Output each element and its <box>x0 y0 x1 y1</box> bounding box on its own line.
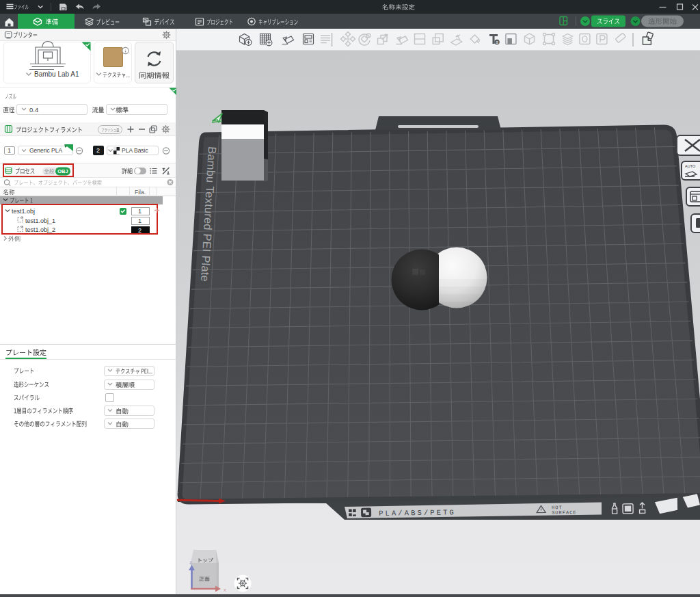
svg-text:OBJ: OBJ <box>57 168 68 174</box>
